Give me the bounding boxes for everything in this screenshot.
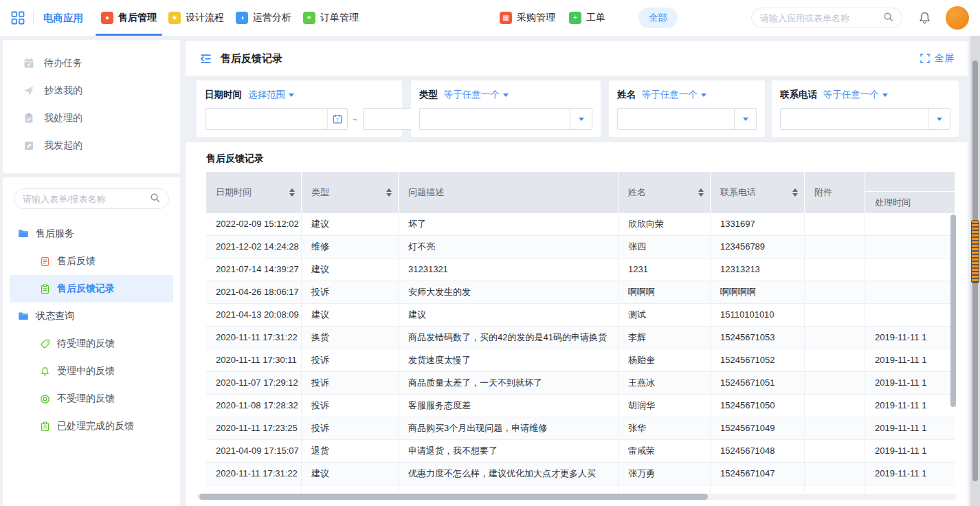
filter-select[interactable] — [617, 108, 757, 130]
table-row[interactable] — [206, 485, 955, 493]
sidebar-item[interactable]: 抄送我的 — [3, 77, 180, 104]
sidebar-item[interactable]: 我发起的 — [3, 132, 180, 160]
filter-select[interactable] — [780, 108, 950, 130]
tree-item[interactable]: 售后反馈记录 — [10, 275, 173, 302]
table-vertical-scrollbar[interactable] — [950, 214, 956, 407]
top-tab-label: 工单 — [586, 12, 605, 24]
filter-operator[interactable]: 等于任意一个 — [823, 89, 888, 101]
table-row[interactable]: 2021-12-02 14:24:28维修灯不亮张四123456789 — [206, 236, 955, 258]
table-row[interactable]: 2020-11-11 17:31:22建议优惠力度不怎么样，建议优化加大点才更多… — [206, 463, 955, 485]
sort-icon[interactable] — [698, 188, 704, 197]
table-horizontal-scrollbar[interactable] — [199, 494, 708, 500]
column-header[interactable]: 类型 — [302, 172, 399, 213]
table-row[interactable]: 2021-04-09 17:15:07退货申请退货，我不想要了雷咸荣152456… — [206, 440, 955, 463]
top-tab[interactable]: ★ 设计流程 — [168, 0, 224, 36]
top-tab[interactable]: ≡ 订单管理 — [303, 0, 359, 36]
page-title: 售后反馈记录 — [221, 52, 282, 65]
table-header: 日期时间 类型 问题描述 姓名 联系电话 附件 处理时间 — [206, 172, 955, 213]
fullscreen-button[interactable]: 全屏 — [920, 52, 954, 65]
table-cell: 2019-11-11 1 — [865, 440, 955, 462]
sort-icon[interactable] — [386, 188, 392, 197]
table-cell: 投诉 — [302, 349, 399, 371]
doc-orange-icon — [40, 256, 50, 267]
tree-folder[interactable]: 状态查询 — [3, 302, 180, 330]
form-search[interactable] — [14, 188, 169, 209]
chevron-down-icon[interactable] — [570, 109, 592, 129]
table-cell — [865, 213, 955, 235]
table-cell: 啊啊啊 — [619, 281, 711, 303]
tree-item-label: 待受理的反馈 — [57, 338, 115, 350]
column-header[interactable]: 附件 — [805, 172, 865, 213]
filter-operator[interactable]: 选择范围 — [248, 89, 294, 101]
tree-folder[interactable]: 售后服务 — [3, 220, 180, 248]
table-cell: 投诉 — [302, 281, 399, 303]
app-home-link[interactable]: 电商应用 — [43, 12, 83, 25]
filter-operator[interactable]: 等于任意一个 — [642, 89, 706, 101]
bell-green-icon — [40, 366, 50, 377]
table-cell: 15245671052 — [711, 349, 805, 371]
apps-grid-icon[interactable] — [11, 11, 25, 25]
form-search-input[interactable] — [23, 194, 150, 204]
table-row[interactable]: 2020-11-11 17:30:11投诉发货速度太慢了杨贻奎152456710… — [206, 349, 955, 372]
global-search-input[interactable] — [760, 13, 883, 23]
table-row[interactable]: 2021-04-13 20:08:09建议建议测试15110101010 — [206, 304, 955, 327]
tree-item[interactable]: 待受理的反馈 — [3, 330, 180, 358]
table-cell: 123456789 — [711, 236, 805, 258]
chevron-down-icon[interactable] — [928, 109, 950, 129]
column-header[interactable]: 日期时间 — [206, 172, 302, 213]
sort-icon[interactable] — [792, 188, 798, 197]
table-cell: 15245671048 — [711, 440, 805, 462]
caret-down-icon — [503, 94, 509, 97]
chevron-down-icon[interactable] — [734, 109, 756, 129]
filter-operator[interactable]: 等于任意一个 — [444, 89, 509, 101]
table-row[interactable]: 2020-11-07 17:29:12投诉商品质量太差了，一天不到就坏了王燕冰1… — [206, 372, 955, 395]
top-tab[interactable]: ● 售后管理 — [101, 0, 157, 36]
top-tab-label: 订单管理 — [320, 12, 359, 24]
top-tab[interactable]: + 工单 — [569, 0, 605, 36]
table-cell: 31231321 — [399, 258, 619, 280]
app-icon: ≡ — [303, 12, 315, 24]
column-header[interactable]: 问题描述 — [399, 172, 619, 213]
divider — [33, 11, 34, 25]
calendar-icon[interactable]: 7 — [327, 109, 347, 129]
table-cell — [865, 236, 955, 258]
table-row[interactable]: 2020-11-11 17:31:22换货商品发错码数了，买的42的发的是41码… — [206, 327, 955, 349]
column-header[interactable]: 姓名 — [619, 172, 711, 213]
sidebar-item[interactable]: 我处理的 — [3, 104, 180, 132]
notifications-bell-icon[interactable] — [917, 11, 932, 25]
date-from-input[interactable]: 7 — [205, 108, 348, 130]
table-cell: 张万勇 — [619, 463, 711, 485]
table-cell — [805, 258, 865, 280]
tree-item[interactable]: 已处理完成的反馈 — [3, 412, 180, 440]
table-cell — [865, 304, 955, 326]
top-tab[interactable]: ▦ 采购管理 — [500, 0, 555, 36]
table-row[interactable]: 2020-11-11 17:23:25投诉商品购买3个月出现问题，申请维修张华1… — [206, 417, 955, 440]
top-tab[interactable]: ◑ 运营分析 — [236, 0, 291, 36]
sort-icon[interactable] — [289, 188, 295, 197]
all-apps-button[interactable]: 全部 — [638, 8, 678, 28]
table-cell: 建议 — [302, 213, 399, 235]
filter-label: 姓名 — [617, 89, 636, 101]
table-row[interactable]: 2021-07-14 14:39:27建议3123132112311231321… — [206, 258, 955, 281]
menu-fold-icon[interactable] — [199, 52, 212, 65]
tree-item[interactable]: 不受理的反馈 — [3, 385, 180, 412]
table-cell — [865, 258, 955, 280]
tree-item[interactable]: 售后反馈 — [3, 248, 180, 275]
search-icon[interactable] — [150, 192, 160, 206]
table-row[interactable]: 2020-11-08 17:28:32投诉客服服务态度差胡润华152456710… — [206, 395, 955, 417]
table-cell: 2020-11-11 17:23:25 — [206, 417, 302, 439]
app-icon: ◑ — [236, 12, 248, 24]
search-icon[interactable] — [883, 12, 893, 25]
table-row[interactable]: 2021-04-26 18:06:17投诉安师大发生的发啊啊啊啊啊啊啊 — [206, 281, 955, 304]
table-cell: 15245671050 — [711, 395, 805, 417]
global-search[interactable] — [751, 8, 902, 28]
user-avatar[interactable] — [946, 6, 969, 30]
table-row[interactable]: 2022-02-09 15:12:02建议坏了欣欣向荣1331697 — [206, 213, 955, 236]
date-from-field[interactable] — [205, 109, 327, 129]
sidebar-item[interactable]: 待办任务 — [3, 50, 180, 77]
column-header[interactable]: 处理时间 — [865, 172, 955, 213]
tree-item[interactable]: 受理中的反馈 — [3, 358, 180, 385]
filter-select[interactable] — [419, 108, 592, 130]
column-header[interactable]: 联系电话 — [711, 172, 805, 213]
table-cell — [805, 440, 865, 462]
